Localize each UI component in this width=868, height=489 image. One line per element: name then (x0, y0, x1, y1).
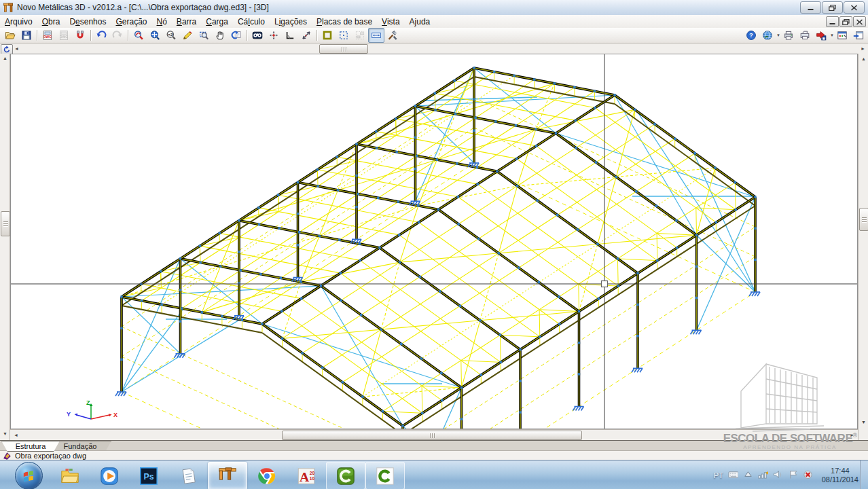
title-bar[interactable]: Novo Metálicas 3D - v2012.a - [C:\...\Ob… (0, 0, 868, 16)
scroll-right-arrow[interactable]: ► (861, 46, 865, 51)
tray-action-center-icon[interactable] (788, 469, 798, 482)
system-tray: PT ✶ 17:44 08/11/2014 (714, 460, 858, 489)
menu-obra[interactable]: Obra (37, 16, 65, 28)
print-icon (783, 30, 794, 41)
search-binoculars-button[interactable] (249, 28, 266, 43)
tab-estrutura[interactable]: Estrutura (1, 441, 60, 452)
edit-pencil-button[interactable] (179, 28, 196, 43)
help-button[interactable]: ? (743, 28, 759, 43)
snap-magnet-icon (75, 30, 86, 41)
scroll-down-arrow[interactable]: ▼ (3, 431, 7, 436)
zoom-previous-button[interactable] (130, 28, 147, 43)
export-drawing-button[interactable] (813, 28, 829, 43)
undo-button[interactable] (93, 28, 109, 43)
section-box-icon (322, 30, 333, 41)
taskbar-windows-explorer[interactable] (50, 462, 90, 489)
mdi-close-button[interactable] (853, 16, 866, 27)
measure-dimension-button[interactable] (298, 28, 314, 43)
taskbar-camtasia-recorder[interactable] (326, 462, 365, 489)
taskbar-autocad[interactable]: A2010 (287, 462, 326, 489)
menu-ajuda[interactable]: Ajuda (405, 16, 435, 28)
taskbar-chrome[interactable] (247, 462, 287, 489)
drawing-board-button[interactable] (834, 28, 850, 43)
orthogonal-mode-button[interactable] (282, 28, 298, 43)
mdi-minimize-button[interactable] (826, 16, 839, 27)
left-scrollbar[interactable]: ▲ ▼ (0, 54, 10, 440)
print-button[interactable] (780, 28, 797, 43)
menu-geracao[interactable]: Geração (111, 16, 151, 28)
start-button[interactable] (15, 462, 43, 489)
zoom-window-button[interactable] (196, 28, 212, 43)
language-indicator[interactable]: PT (714, 471, 723, 479)
export-dxf-dwg-button[interactable]: DWG (56, 28, 72, 43)
snap-magnet-button[interactable] (72, 28, 88, 43)
menu-calculo[interactable]: Cálculo (233, 16, 270, 28)
right-scroll-handle[interactable] (859, 208, 868, 231)
print-preview-button[interactable] (797, 28, 813, 43)
tray-keyboard-icon[interactable] (728, 469, 738, 482)
bottom-scroll-handle[interactable] (282, 431, 582, 440)
svg-text:Y: Y (67, 411, 71, 418)
svg-text:X: X (113, 412, 117, 418)
open-file-button[interactable] (2, 28, 18, 43)
taskbar: PsA2010 PT ✶ 17:44 08/11/2014 (0, 460, 868, 489)
dimension-display-button[interactable] (368, 28, 384, 43)
minimize-button[interactable] (800, 1, 821, 14)
structure-canvas[interactable]: ZXY (10, 54, 858, 429)
close-button[interactable] (844, 1, 865, 14)
section-box-button[interactable] (319, 28, 336, 43)
taskbar-clock[interactable]: 17:44 08/11/2014 (822, 467, 858, 484)
scroll-up-arrow[interactable]: ▲ (3, 56, 7, 60)
menu-barra[interactable]: Barra (172, 16, 201, 28)
taskbar-photoshop[interactable]: Ps (129, 462, 168, 489)
undo-icon (96, 30, 107, 41)
taskbar-notepad[interactable] (168, 462, 208, 489)
scroll-right-arrow[interactable]: ► (850, 433, 854, 437)
import-dxf-dwg-button[interactable]: DWG (39, 28, 56, 43)
scroll-up-arrow[interactable]: ▲ (861, 56, 866, 61)
move-node-button[interactable] (266, 28, 282, 43)
save-file-button[interactable] (18, 28, 35, 43)
menu-placas-de-base[interactable]: Placas de base (312, 16, 377, 28)
taskbar-metalicas-3d[interactable] (208, 462, 247, 489)
menu-ligacoes[interactable]: Ligações (270, 16, 312, 28)
menu-carga[interactable]: Carga (201, 16, 233, 28)
pan-hand-button[interactable] (212, 28, 228, 43)
structure-3d-view[interactable]: ZXY (11, 54, 857, 429)
taskbar-camtasia-studio[interactable] (365, 462, 405, 489)
tab-label: Estrutura (16, 442, 46, 450)
svg-text:Z: Z (86, 399, 90, 406)
tray-volume-icon[interactable] (773, 469, 783, 482)
tools-hammer-button[interactable] (384, 28, 401, 43)
restore-button[interactable] (822, 1, 843, 14)
zoom-extents-button[interactable] (147, 28, 163, 43)
redo-button[interactable] (109, 28, 126, 43)
redraw-view-button[interactable] (228, 28, 245, 43)
tray-network-icon[interactable]: ✶ (758, 469, 768, 482)
tray-update-error-icon[interactable] (803, 469, 813, 482)
search-binoculars-icon (252, 30, 263, 41)
taskbar-media-player[interactable] (90, 462, 129, 489)
right-scrollbar[interactable]: ▲ ▼ (858, 54, 868, 440)
left-scroll-handle[interactable] (1, 211, 10, 236)
media-player-icon (99, 466, 120, 486)
svg-text:?: ? (749, 31, 753, 39)
reference-grid-button[interactable] (352, 28, 368, 43)
scroll-down-arrow[interactable]: ▼ (861, 420, 866, 424)
menu-desenhos[interactable]: Desenhos (65, 16, 111, 28)
mdi-restore-button[interactable] (839, 16, 852, 27)
menu-no[interactable]: Nó (152, 16, 172, 28)
selection-box-button[interactable] (336, 28, 352, 43)
menu-vista[interactable]: Vista (377, 16, 404, 28)
top-scroll-handle[interactable] (319, 44, 368, 54)
pan-hand-icon (215, 30, 225, 41)
zoom-x2-button[interactable]: ×2 (163, 28, 179, 43)
tray-hidden-icons-icon[interactable] (743, 469, 753, 482)
scroll-left-arrow[interactable]: ◄ (14, 433, 18, 437)
web-globe-button[interactable] (759, 28, 776, 43)
show-desktop-button[interactable] (860, 460, 868, 489)
dock-window-button[interactable] (850, 28, 867, 43)
toolbar-separator (317, 30, 317, 41)
scroll-left-arrow[interactable]: ◄ (14, 46, 19, 51)
menu-arquivo[interactable]: Arquivo (0, 16, 37, 28)
